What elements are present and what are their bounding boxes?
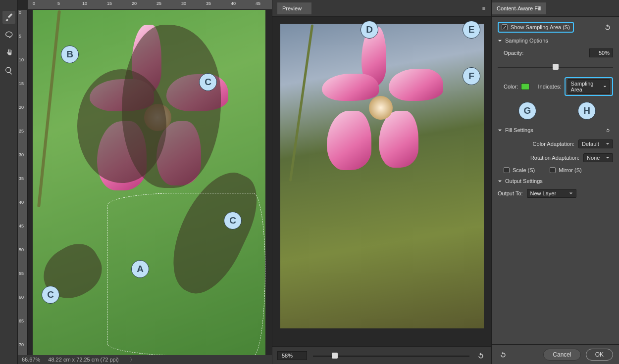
- active-selection: [107, 193, 265, 355]
- image-stem: [289, 24, 313, 182]
- callout-c3: C: [42, 286, 59, 304]
- callout-h: H: [578, 102, 596, 120]
- rot-adapt-label: Rotation Adaptation:: [530, 155, 579, 161]
- preview-canvas[interactable]: [280, 24, 484, 328]
- lasso-tool[interactable]: [2, 29, 15, 42]
- caf-panel: Content-Aware Fill Show Sampling Area (S…: [491, 0, 619, 364]
- toolbar: [0, 0, 18, 364]
- caf-tab[interactable]: Content-Aware Fill: [492, 2, 546, 14]
- docinfo-expand-icon[interactable]: 〉: [130, 356, 135, 364]
- callout-e: E: [463, 21, 480, 39]
- excluded-region: [77, 69, 166, 183]
- show-sampling-label: Show Sampling Area (S): [511, 24, 570, 30]
- image-petal: [379, 111, 418, 168]
- output-settings-header[interactable]: Output Settings: [498, 178, 613, 184]
- show-sampling-checkbox[interactable]: [502, 24, 508, 30]
- color-label: Color:: [504, 84, 518, 90]
- callout-c2: C: [224, 212, 242, 229]
- callout-f: F: [463, 67, 480, 85]
- output-to-label: Output To:: [498, 190, 523, 196]
- indicates-highlight: Sampling Area: [565, 77, 613, 96]
- callout-c: C: [199, 73, 217, 91]
- caf-header: Content-Aware Fill: [492, 0, 619, 17]
- rot-adapt-select[interactable]: None: [583, 153, 613, 162]
- scale-checkbox[interactable]: [504, 167, 510, 173]
- ruler-horizontal[interactable]: 051015202530354045: [28, 0, 272, 10]
- brush-tool[interactable]: [2, 11, 15, 24]
- show-sampling-reset-icon[interactable]: [602, 23, 613, 32]
- source-panel: 0510152025303540455055606570 05101520253…: [18, 0, 272, 364]
- caf-body: Show Sampling Area (S) Sampling Options …: [492, 17, 619, 344]
- output-to-select[interactable]: New Layer: [527, 189, 576, 198]
- preview-reset-icon[interactable]: [475, 351, 486, 360]
- source-statusbar: 66.67% 48.22 cm x 72.25 cm (72 ppi) 〉: [18, 355, 272, 364]
- cancel-button[interactable]: Cancel: [543, 349, 580, 361]
- preview-footer: 58%: [272, 346, 491, 364]
- indicates-select[interactable]: Sampling Area: [567, 79, 610, 94]
- image-petal: [322, 74, 379, 101]
- preview-zoom-slider[interactable]: [313, 352, 469, 359]
- scale-label: Scale (S): [513, 167, 535, 173]
- callout-g: G: [518, 102, 536, 120]
- opacity-value[interactable]: 50%: [589, 48, 613, 57]
- callout-b: B: [61, 46, 79, 63]
- zoom-tool[interactable]: [2, 64, 15, 77]
- preview-menu-icon[interactable]: ≡: [479, 5, 488, 11]
- opacity-label: Opacity:: [504, 50, 523, 56]
- hand-tool[interactable]: [2, 46, 15, 59]
- caf-footer: Cancel OK: [492, 344, 619, 364]
- preview-panel: Preview ≡ D E F 58%: [272, 0, 491, 364]
- preview-canvas-wrap: D E F: [272, 17, 491, 346]
- sampling-options-header[interactable]: Sampling Options: [498, 38, 613, 44]
- ok-button[interactable]: OK: [586, 349, 613, 361]
- fill-settings-header[interactable]: Fill Settings: [498, 126, 613, 135]
- callout-d: D: [361, 21, 378, 39]
- image-flower-center: [369, 96, 393, 120]
- ruler-vertical[interactable]: 0510152025303540455055606570: [18, 10, 28, 355]
- fill-reset-icon[interactable]: [602, 126, 613, 135]
- source-canvas-wrap: A B C C C: [28, 10, 272, 355]
- mirror-label: Mirror (S): [559, 167, 581, 173]
- mirror-checkbox[interactable]: [550, 167, 556, 173]
- source-docinfo[interactable]: 48.22 cm x 72.25 cm (72 ppi): [48, 357, 118, 363]
- color-adapt-select[interactable]: Default: [578, 139, 613, 148]
- image-petal: [389, 69, 443, 101]
- caf-reset-icon[interactable]: [498, 350, 509, 359]
- preview-tab[interactable]: Preview: [277, 2, 311, 14]
- indicates-label: Indicates:: [538, 84, 562, 90]
- show-sampling-highlight: Show Sampling Area (S): [498, 22, 574, 33]
- preview-zoom-input[interactable]: 58%: [277, 351, 307, 360]
- overlay-color-swatch[interactable]: [521, 83, 529, 90]
- color-adapt-label: Color Adaptation:: [533, 141, 574, 147]
- callout-a: A: [131, 260, 149, 278]
- source-zoom[interactable]: 66.67%: [22, 357, 40, 363]
- preview-header: Preview ≡: [272, 0, 491, 17]
- opacity-slider[interactable]: [498, 62, 613, 71]
- image-petal: [327, 111, 371, 170]
